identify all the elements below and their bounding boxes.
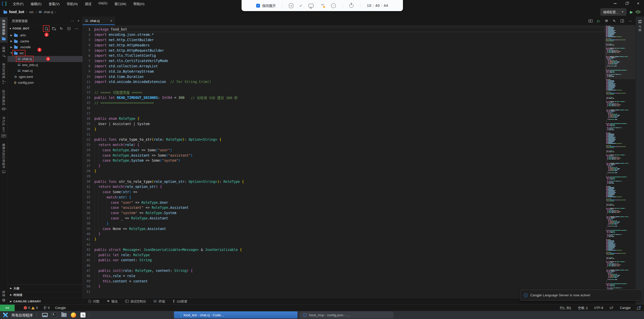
menu-item-5[interactable]: Git(G)	[95, 1, 110, 7]
code-line-12[interactable]: 12	[83, 84, 604, 90]
code-line-4[interactable]: 4import net.http.HttpHeaders	[83, 42, 604, 48]
code-line-30[interactable]: 30public func str_to_role_type(role_opti…	[83, 179, 604, 184]
split-editor-icon[interactable]	[621, 19, 624, 22]
panel-tab-flag[interactable]: ⚑输出	[107, 299, 118, 304]
broadcast-status[interactable]: 0	[43, 306, 50, 310]
new-folder-button[interactable]	[51, 26, 56, 31]
tree-item-chat-cj[interactable]: chat.cj3	[8, 56, 82, 62]
edit-icon[interactable]: ✎	[613, 19, 616, 23]
menu-item-3[interactable]: 导航(N)	[64, 1, 81, 7]
tree-item-config-json[interactable]: {}config.json	[8, 80, 82, 86]
code-line-9[interactable]: 9import std.io.ByteArrayStream	[83, 69, 604, 74]
firefox-icon[interactable]	[71, 312, 76, 318]
activity-item-api[interactable]: 华为云 APIAPI	[0, 114, 8, 140]
remote-indicator[interactable]: ><	[0, 305, 15, 311]
build-icon[interactable]: ⚒	[605, 19, 608, 23]
tab-chat-cj[interactable]: chat.cj ×	[83, 17, 115, 25]
code-line-38[interactable]: 38}	[83, 221, 604, 226]
code-line-19[interactable]: 19User | Assistant | System	[83, 121, 604, 126]
code-line-11[interactable]: 11import std.unicode.UnicodeExtension //…	[83, 79, 604, 84]
status-right-1[interactable]: 空格: 2	[578, 305, 588, 310]
breadcrumb-src[interactable]: src	[29, 10, 34, 14]
code-line-27[interactable]: 27}	[83, 163, 604, 168]
code-line-35[interactable]: 35case "assistant" => RoleType.Assistant	[83, 205, 604, 210]
section-1[interactable]: ▶时间线	[8, 291, 82, 298]
run-in-terminal-icon[interactable]: ▶	[589, 19, 593, 22]
tree-item-cjpm-toml[interactable]: ⚙cjpm.toml	[8, 74, 82, 80]
tree-item--vscode[interactable]: ▶.vscode	[8, 44, 82, 50]
cangjie-status[interactable]: Cangjie	[55, 306, 66, 310]
sidebar-close-button[interactable]: ×	[77, 19, 79, 23]
code-line-46[interactable]: 46	[83, 263, 604, 268]
explorer-more-button[interactable]: ⋯	[74, 26, 79, 31]
run-button[interactable]: ▶	[630, 10, 633, 14]
section-2[interactable]: ▶CANGJIE LIBRARY	[8, 298, 82, 304]
code-line-10[interactable]: 10import std.time.Duration	[83, 74, 604, 79]
tree-item-env_info-cj[interactable]: env_info.cj	[8, 62, 82, 68]
code-line-25[interactable]: 25case RoleType.Assistant => Some("assis…	[83, 153, 604, 158]
code-line-3[interactable]: 3import net.http.ClientBuilder	[83, 37, 604, 43]
code-line-15[interactable]: 15// ==========================	[83, 100, 604, 105]
terminal-app-icon[interactable]: $_	[52, 312, 57, 317]
code-line-28[interactable]: 28}	[83, 168, 604, 174]
code-line-29[interactable]: 29	[83, 173, 604, 179]
activity-item-search[interactable]: 搜索	[0, 44, 8, 59]
all-apps-label[interactable]: 所有应用程序	[12, 312, 33, 317]
menu-item-0[interactable]: 文件(F)	[10, 1, 27, 7]
tree-item-main-cj[interactable]: main.cj	[8, 68, 82, 74]
code-line-22[interactable]: 22public func role_type_to_str(role: Rol…	[83, 137, 604, 142]
panel-tab-terminal[interactable]: ›终端	[154, 299, 165, 304]
code-editor[interactable]: 1package food_bot2import encoding.json.s…	[83, 25, 604, 298]
code-line-31[interactable]: 31return match(role_option_str) {	[83, 184, 604, 189]
activity-manage[interactable]: 管理⚙	[0, 291, 8, 302]
sidebar-more-actions-button[interactable]: ⋯	[71, 19, 74, 23]
more-options-button[interactable]: ⋯	[331, 3, 336, 8]
code-line-14[interactable]: 14public let READ_TIMEOUT_SECONDS: Int64…	[83, 95, 604, 100]
code-line-1[interactable]: 1package food_bot	[83, 27, 604, 32]
wifi-button[interactable]	[320, 4, 325, 7]
notification-toast[interactable]: i Cangjie Language Server is now active!	[520, 289, 642, 301]
new-file-button[interactable]: 2	[44, 26, 49, 31]
collapse-all-button[interactable]	[66, 26, 71, 31]
activity-item-debug[interactable]: 运行和调试	[0, 88, 8, 113]
breadcrumb-project[interactable]: food_bot	[9, 10, 24, 14]
code-line-50[interactable]: 50}	[83, 284, 604, 289]
code-line-39[interactable]: 39case None => RoleType.Assistant	[83, 226, 604, 231]
code-line-16[interactable]: 16	[83, 105, 604, 111]
close-button[interactable]: ×	[632, 0, 644, 7]
section-0[interactable]: ▶大纲	[8, 285, 82, 291]
code-line-20[interactable]: 20}	[83, 126, 604, 132]
activity-item-chat[interactable]: 鲲鹏代码迁移插件	[0, 141, 8, 175]
menu-item-4[interactable]: 调试	[82, 1, 94, 7]
code-line-18[interactable]: 18public enum RoleType {	[83, 116, 604, 121]
code-line-42[interactable]: 42	[83, 242, 604, 247]
power-button[interactable]	[349, 4, 354, 8]
code-line-36[interactable]: 36case "system" => RoleType.System	[83, 210, 604, 216]
code-line-23[interactable]: 23return match(role) {	[83, 142, 604, 148]
code-line-41[interactable]: 41}	[83, 237, 604, 242]
code-line-49[interactable]: 49this.content = content	[83, 278, 604, 284]
code-line-17[interactable]: 17	[83, 111, 604, 116]
show-desktop-icon[interactable]	[42, 313, 48, 317]
tree-item--cache[interactable]: ▶.cache	[8, 38, 82, 44]
activity-item-branch[interactable]: 源代码管理	[0, 61, 8, 86]
tab-close-icon[interactable]: ×	[110, 19, 112, 23]
file-manager-icon[interactable]	[61, 313, 67, 317]
restore-button[interactable]	[621, 0, 632, 7]
code-line-5[interactable]: 5import net.http.HttpRequestBuilder	[83, 48, 604, 53]
keep-open-toggle[interactable]: ✓ 保持展开	[256, 3, 276, 8]
more-actions-icon[interactable]: ⋯	[629, 19, 632, 23]
code-line-26[interactable]: 26case RoleType.System => Some("system")	[83, 158, 604, 163]
explorer-root-row[interactable]: ▼ FOOD_BOT 2 ↻ ⋯	[8, 25, 82, 32]
menu-item-6[interactable]: 窗口(W)	[111, 1, 129, 7]
code-line-33[interactable]: 33match(str) {	[83, 195, 604, 200]
status-right-0[interactable]: 行1, 列1	[560, 305, 571, 310]
menu-item-2[interactable]: 查看(V)	[46, 1, 63, 7]
extensions-icon[interactable]	[638, 20, 641, 23]
code-line-32[interactable]: 32case Some(str) =>	[83, 189, 604, 195]
menu-item-7[interactable]: 帮助(H)	[130, 1, 148, 7]
code-line-48[interactable]: 48this.role = role	[83, 273, 604, 278]
refresh-button[interactable]: ↻	[59, 26, 64, 31]
status-right-2[interactable]: UTF-8	[594, 306, 603, 310]
minimize-button[interactable]	[609, 0, 621, 7]
